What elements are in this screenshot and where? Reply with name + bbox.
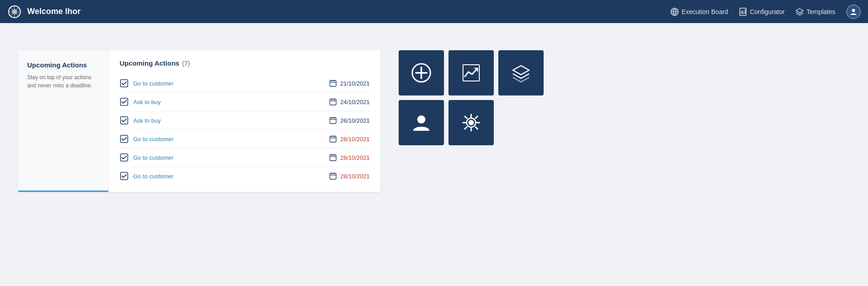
action-item-left: Go to customer	[120, 134, 174, 143]
action-item-left: Ask to buy	[120, 116, 161, 125]
nav-templates[interactable]: Templates	[796, 8, 835, 16]
add-tile[interactable]	[399, 50, 444, 95]
calendar-icon	[329, 117, 337, 124]
svg-rect-6	[330, 81, 336, 86]
card-left-panel: Upcoming Actions Stay on top of your act…	[18, 50, 109, 192]
upcoming-actions-card: Upcoming Actions Stay on top of your act…	[18, 50, 381, 192]
settings-tile[interactable]	[448, 100, 494, 145]
layers-icon	[796, 8, 804, 16]
action-item-right: 28/10/2021	[329, 172, 370, 180]
action-item-right: 28/10/2021	[329, 135, 370, 143]
app-header: Welcome Ihor Execution Board	[0, 0, 868, 23]
globe-icon	[670, 8, 679, 16]
nav-configurator-label: Configurator	[750, 8, 785, 15]
svg-point-4	[852, 9, 855, 12]
action-item[interactable]: Go to customer 28/10/2021	[120, 148, 370, 167]
app-logo-icon	[7, 5, 22, 19]
svg-rect-12	[330, 136, 336, 142]
action-item[interactable]: Ask to buy 26/10/2021	[120, 111, 370, 130]
file-chart-icon	[739, 8, 747, 16]
action-item-label[interactable]: Go to customer	[133, 80, 174, 87]
task-icon	[120, 172, 129, 181]
action-item-right: 24/10/2021	[329, 98, 370, 105]
layers-tile[interactable]	[498, 50, 544, 95]
task-icon	[120, 153, 129, 162]
card-left-title: Upcoming Actions	[27, 61, 99, 69]
action-item-date: 21/10/2021	[340, 80, 370, 87]
action-item-date: 28/10/2021	[340, 154, 370, 161]
svg-rect-8	[330, 99, 336, 105]
layers-tile-icon	[511, 63, 531, 83]
action-item-label[interactable]: Go to customer	[133, 154, 174, 161]
actions-count: (7)	[182, 60, 190, 67]
task-icon	[120, 116, 129, 125]
calendar-icon	[329, 98, 337, 105]
action-item-label[interactable]: Ask to buy	[133, 117, 161, 124]
card-left-underline	[18, 191, 108, 192]
action-item[interactable]: Ask to buy 24/10/2021	[120, 93, 370, 111]
action-item-label[interactable]: Ask to buy	[133, 99, 161, 105]
action-item-left: Ask to buy	[120, 97, 161, 106]
svg-point-20	[468, 120, 474, 125]
actions-heading: Upcoming Actions	[120, 59, 179, 67]
svg-point-19	[417, 115, 425, 124]
nav-configurator[interactable]: Configurator	[739, 8, 785, 16]
task-icon	[120, 134, 129, 143]
card-right-panel: Upcoming Actions (7) Go to customer	[109, 50, 381, 192]
nav-execution-board[interactable]: Execution Board	[670, 8, 728, 16]
header-right: Execution Board Configurator Templates	[670, 5, 861, 19]
plus-circle-icon	[411, 63, 431, 83]
action-item-date: 28/10/2021	[340, 173, 370, 180]
action-item-right: 21/10/2021	[329, 80, 370, 87]
card-left-description: Stay on top of your actions and never mi…	[27, 73, 99, 90]
header-left: Welcome Ihor	[7, 5, 81, 19]
action-item[interactable]: Go to customer 28/10/2021	[120, 167, 370, 183]
action-item-left: Go to customer	[120, 153, 174, 162]
svg-rect-16	[330, 173, 336, 179]
svg-rect-10	[330, 118, 336, 124]
person-tile[interactable]	[399, 100, 444, 145]
task-icon	[120, 97, 129, 106]
action-item-date: 26/10/2021	[340, 117, 370, 124]
action-item-left: Go to customer	[120, 172, 174, 181]
quick-tiles	[399, 50, 544, 145]
action-item-label[interactable]: Go to customer	[133, 173, 174, 180]
action-item-date: 28/10/2021	[340, 136, 370, 143]
action-item[interactable]: Go to customer 21/10/2021	[120, 74, 370, 93]
svg-rect-14	[330, 155, 336, 161]
nav-execution-board-label: Execution Board	[681, 8, 728, 15]
person-icon	[411, 113, 431, 133]
gear-icon	[461, 113, 481, 133]
action-item-date: 24/10/2021	[340, 99, 370, 105]
main-content: Upcoming Actions Stay on top of your act…	[0, 23, 868, 210]
action-item-label[interactable]: Go to customer	[133, 136, 174, 143]
chart-up-icon	[461, 63, 481, 83]
calendar-icon	[329, 154, 337, 161]
calendar-icon	[329, 80, 337, 87]
card-right-header: Upcoming Actions (7)	[120, 59, 370, 67]
calendar-icon	[329, 135, 337, 143]
chart-tile[interactable]	[448, 50, 494, 95]
nav-templates-label: Templates	[806, 8, 835, 15]
action-item-right: 26/10/2021	[329, 117, 370, 124]
action-item[interactable]: Go to customer 28/10/2021	[120, 130, 370, 148]
calendar-icon	[329, 172, 337, 180]
task-icon	[120, 79, 129, 88]
action-item-right: 28/10/2021	[329, 154, 370, 161]
action-item-left: Go to customer	[120, 79, 174, 88]
app-title: Welcome Ihor	[27, 7, 81, 16]
user-avatar[interactable]	[846, 5, 861, 19]
actions-list: Go to customer 21/10/2021	[120, 74, 370, 183]
